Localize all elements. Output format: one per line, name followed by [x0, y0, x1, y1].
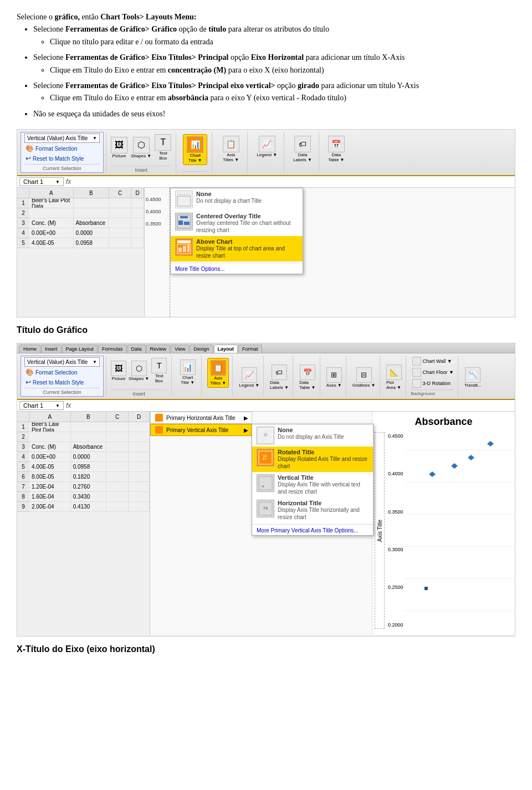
cs-label1: Current Selection	[24, 164, 100, 171]
main-content2: A B C D 1 Beer's Law Plot Data 2 3	[17, 412, 515, 635]
ribbon2-body: Vertical (Value) Axis Title ▼ 🎨 Format S…	[17, 353, 515, 400]
more-title-link1[interactable]: More Title Options...	[171, 264, 303, 274]
axes-btn2[interactable]: ⊞ Axes ▼	[325, 366, 343, 389]
format-selection-btn1[interactable]: 🎨 Format Selection	[24, 144, 100, 153]
chart-svg2	[405, 430, 515, 631]
tab-layout[interactable]: Layout	[214, 345, 238, 353]
chart-title-btn1[interactable]: 📊 ChartTitle ▼	[183, 134, 207, 165]
data-labels-btn2[interactable]: 🏷 DataLabels ▼	[269, 363, 290, 392]
cs-dropdown-arrow2: ▼	[93, 360, 97, 365]
va-sep	[252, 524, 373, 525]
cs-dropdown1[interactable]: Vertical (Value) Axis Title ▼	[24, 134, 100, 143]
section-title1: Título do Gráfico	[17, 325, 515, 335]
tab-page-layout[interactable]: Page Layout	[62, 345, 98, 353]
ribbon-tabs2: Home Insert Page Layout Formulas Data Re…	[17, 343, 515, 353]
primary-horizontal-item[interactable]: Primary Horizontal Axis Title ▶	[150, 412, 252, 424]
background-label2: Background	[411, 389, 455, 396]
above-icon1: Title	[175, 238, 193, 256]
table-row: 9 2.00E-04 0.4130	[17, 502, 150, 512]
tab-review[interactable]: Review	[146, 345, 171, 353]
svg-text:⊗: ⊗	[263, 432, 268, 438]
va-vertical-icon: T	[257, 474, 274, 492]
tab-data[interactable]: Data	[127, 345, 146, 353]
tab-format[interactable]: Format	[238, 345, 262, 353]
reset-match-btn1[interactable]: ↩ Reset to Match Style	[24, 154, 100, 163]
primary-vertical-item[interactable]: Primary Vertical Axis Title ▶	[150, 424, 252, 436]
table-row: 7 1.20E-04 0.2760	[17, 482, 150, 492]
cs-dropdown2[interactable]: Vertical (Value) Axis Title ▼	[24, 357, 100, 367]
rotated-title-svg: Ttl	[258, 450, 273, 465]
textbox-btn2[interactable]: T TextBox	[151, 358, 167, 383]
va-horizontal-item[interactable]: Ttl Horizontal Title Display Axis Title …	[252, 497, 373, 523]
chart-icon-centered	[176, 214, 192, 229]
va-none-item[interactable]: ⊗ None Do not display an Axis Title	[252, 424, 373, 447]
data-table-btn2[interactable]: 📅 DataTable ▼	[298, 363, 316, 392]
cs-dropdown-arrow1: ▼	[93, 136, 97, 141]
va-vertical-item[interactable]: T Vertical Title Display Axis Title with…	[252, 472, 373, 497]
dropdown-above1[interactable]: Title Above Chart Display Title at top o…	[171, 236, 303, 261]
formula-bar1: Chart 1 ▼ fx	[17, 176, 515, 188]
insert-label1: Insert	[111, 166, 171, 173]
data-labels-group2: 🏷 DataLabels ▼	[266, 356, 293, 397]
data-labels-group1: 🏷 DataLabels ▼	[287, 132, 319, 173]
chart-icon-none	[176, 192, 192, 207]
table-row: 3 Conc. (M) Absorbance	[17, 442, 150, 452]
shapes-btn2[interactable]: ⬡ Shapes ▼	[129, 361, 149, 381]
cs-label2: Current Selection	[24, 388, 100, 395]
chart-floor-btn2[interactable]: Chart Floor ▼	[411, 367, 455, 377]
tab-design[interactable]: Design	[190, 345, 213, 353]
svg-rect-3	[180, 216, 188, 218]
axis-titles-outer-dropdown2: Primary Horizontal Axis Title ▶ Primary …	[150, 412, 252, 436]
svg-text:Ttl: Ttl	[263, 506, 268, 511]
table-row: 6 8.00E-05 0.1820	[17, 472, 150, 482]
picture-btn2[interactable]: 🖼 Picture	[111, 361, 126, 381]
cs-dropdown-label1: Vertical (Value) Axis Title	[27, 135, 88, 141]
axis-titles-btn2[interactable]: 📋 AxisTitles ▼	[207, 358, 229, 388]
format-selection-btn2[interactable]: 🎨 Format Selection	[24, 368, 100, 377]
ribbon1-body: Vertical (Value) Axis Title ▼ 🎨 Format S…	[17, 130, 515, 176]
tab-home[interactable]: Home	[19, 345, 40, 353]
chart-dropdown-area1: 0.4500 0.4000 0.3500 None	[145, 188, 515, 317]
svg-text:T: T	[260, 485, 265, 488]
data-table-btn1[interactable]: 📅 DataTable ▼	[326, 134, 347, 164]
dropdown-centered1[interactable]: Centered Overlay Title Overlay centered …	[171, 211, 303, 236]
axis-titles-group2: 📋 AxisTitles ▼	[204, 356, 233, 397]
screenshot2: Home Insert Page Layout Formulas Data Re…	[17, 343, 515, 637]
dropdown-none1[interactable]: None Do not display a chart Title	[171, 188, 303, 211]
legend-btn1[interactable]: 📈 Legend ▼	[254, 134, 279, 159]
data-labels-btn1[interactable]: 🏷 DataLabels ▼	[291, 134, 314, 164]
plot-area-group2: 📐 PlotArea ▼	[382, 356, 406, 397]
shapes-btn1[interactable]: ⬡ Shapes ▼	[131, 137, 151, 158]
tab-formulas[interactable]: Formulas	[98, 345, 127, 353]
fx-icon1: fx	[66, 178, 71, 186]
tab-view[interactable]: View	[171, 345, 189, 353]
chart-body2: Axis Title 0.4500 0.4000 0.3500 0.3000 0…	[372, 430, 515, 631]
name-box1[interactable]: Chart 1 ▼	[19, 177, 64, 186]
table-row: 4 0.00E+00 0.0000	[17, 228, 144, 238]
picture-btn1[interactable]: 🖼 Picture	[111, 137, 127, 158]
va-none-text: None Do not display an Axis Title	[278, 427, 344, 440]
intro-text: Selecione o gráfico, então Chart Tools> …	[17, 11, 515, 120]
va-rotated-item[interactable]: Ttl Rotated Title Display Rotated Axis T…	[252, 447, 373, 472]
none-chart-svg: ⊗	[258, 428, 273, 443]
chart-title-dropdown1: None Do not display a chart Title	[170, 188, 303, 274]
3d-rotation-btn2[interactable]: 3-D Rotation	[411, 378, 455, 388]
chart-title-btn2[interactable]: 📊 ChartTitle ▼	[178, 358, 198, 387]
axis-titles-btn1[interactable]: 📋 AxisTitles ▼	[219, 134, 243, 164]
textbox-btn1[interactable]: T TextBox	[155, 134, 171, 161]
chart-title-label1	[183, 171, 207, 173]
legend-btn2[interactable]: 📈 Legend ▼	[238, 366, 260, 389]
name-box2[interactable]: Chart 1 ▼	[19, 401, 64, 410]
legend-group1: 📈 Legend ▼	[250, 132, 284, 173]
centered-icon1	[175, 213, 193, 230]
format-icon2: 🎨	[25, 368, 34, 376]
gridlines-btn2[interactable]: ⊟ Gridlines ▼	[351, 366, 377, 389]
reset-match-btn2[interactable]: ↩ Reset to Match Style	[24, 378, 100, 387]
plot-area-btn2[interactable]: 📐 PlotArea ▼	[385, 363, 403, 392]
chart-wall-btn2[interactable]: Chart Wall ▼	[411, 356, 455, 366]
table-row: 1 Beer's Law Plot Data	[17, 422, 150, 432]
tab-insert[interactable]: Insert	[41, 345, 62, 353]
trendline-btn2[interactable]: 📉 Trendli...	[463, 366, 483, 389]
more-va-link[interactable]: More Primary Vertical Axis Title Options…	[252, 526, 373, 535]
pv-icon	[155, 426, 163, 434]
